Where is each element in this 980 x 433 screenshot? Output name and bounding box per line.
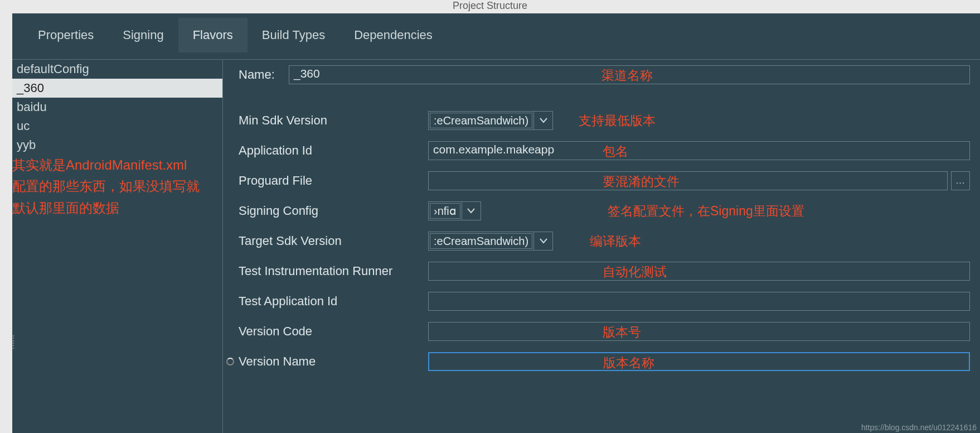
test-runner-input[interactable]: 自动化测试 — [428, 262, 970, 281]
annotation-proguard: 要混淆的文件 — [603, 173, 680, 190]
flavor-item-360[interactable]: _360 — [12, 79, 222, 98]
annotation-target-sdk: 编译版本 — [590, 233, 641, 250]
tab-bar: Properties Signing Flavors Build Types D… — [12, 13, 980, 52]
app-id-input[interactable]: com.example.makeapp 包名 — [428, 141, 970, 160]
tab-flavors[interactable]: Flavors — [178, 18, 248, 52]
annotation-name: 渠道名称 — [601, 67, 653, 84]
tab-properties[interactable]: Properties — [23, 18, 108, 52]
name-label: Name: — [239, 68, 289, 82]
annotation-version-name: 版本名称 — [603, 354, 654, 372]
app-id-label: Application Id — [239, 143, 428, 158]
flavor-form: Name: _360 渠道名称 Min Sdk Version :eCreamS… — [223, 59, 980, 433]
min-sdk-dropdown[interactable]: :eCreamSandwich) — [428, 111, 553, 130]
annotation-sidebar: 其实就是AndroidManifest.xml 配置的那些东西，如果没填写就 默… — [12, 155, 202, 219]
target-sdk-dropdown[interactable]: :eCreamSandwich) — [428, 232, 553, 251]
version-code-label: Version Code — [239, 324, 428, 339]
annotation-version-code: 版本号 — [603, 324, 641, 341]
flavor-item-baidu[interactable]: baidu — [12, 98, 222, 117]
drag-handle-icon[interactable] — [12, 333, 17, 352]
annotation-min-sdk: 支持最低版本 — [579, 112, 656, 129]
annotation-app-id: 包名 — [603, 143, 628, 160]
version-name-input[interactable]: 版本名称 — [428, 352, 970, 371]
proguard-browse-button[interactable]: ... — [951, 171, 970, 190]
annotation-signing: 签名配置文件，在Signing里面设置 — [608, 203, 804, 220]
loading-icon — [226, 358, 234, 365]
proguard-label: Proguard File — [239, 174, 428, 188]
tab-dependencies[interactable]: Dependencies — [339, 18, 447, 52]
flavor-item-uc[interactable]: uc — [12, 117, 222, 136]
test-app-id-label: Test Application Id — [239, 294, 428, 309]
version-code-input[interactable]: 版本号 — [428, 322, 970, 341]
signing-config-dropdown[interactable]: ›nfiɑ — [428, 201, 481, 220]
target-sdk-label: Target Sdk Version — [239, 234, 428, 248]
test-app-id-input[interactable] — [428, 292, 970, 311]
flavor-list: defaultConfig _360 baidu uc yyb 其实就是Andr… — [12, 59, 223, 433]
name-input[interactable]: _360 渠道名称 — [289, 65, 970, 84]
watermark: https://blog.csdn.net/u012241616 — [861, 423, 977, 432]
flavor-item-defaultconfig[interactable]: defaultConfig — [12, 60, 222, 79]
min-sdk-label: Min Sdk Version — [239, 113, 428, 128]
test-runner-label: Test Instrumentation Runner — [239, 264, 428, 278]
chevron-down-icon[interactable] — [533, 232, 552, 250]
tab-signing[interactable]: Signing — [108, 18, 178, 52]
version-name-label: Version Name — [239, 354, 428, 369]
chevron-down-icon[interactable] — [533, 112, 552, 129]
signing-config-label: Signing Config — [239, 204, 428, 218]
project-structure-window: Properties Signing Flavors Build Types D… — [12, 13, 980, 433]
tab-build-types[interactable]: Build Types — [248, 18, 339, 52]
proguard-input[interactable]: 要混淆的文件 — [428, 171, 948, 190]
annotation-test-runner: 自动化测试 — [603, 263, 667, 281]
window-title: Project Structure — [0, 0, 980, 13]
chevron-down-icon[interactable] — [462, 202, 481, 220]
flavor-item-yyb[interactable]: yyb — [12, 136, 222, 155]
